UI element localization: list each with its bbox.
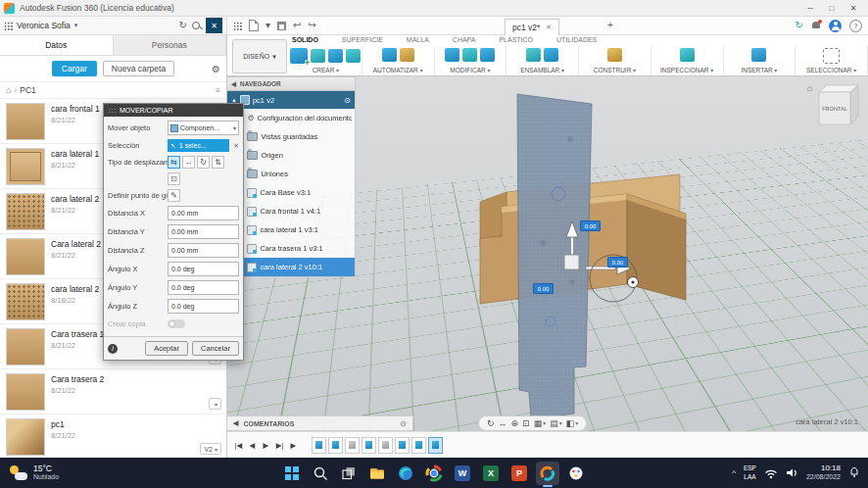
- powerpoint-button[interactable]: P: [507, 462, 531, 485]
- joint-icon[interactable]: [526, 48, 541, 62]
- workspace-selector[interactable]: DISEÑO ▾: [232, 39, 287, 73]
- file-menu-icon[interactable]: [249, 20, 259, 31]
- minimize-button[interactable]: ─: [799, 0, 821, 16]
- timeline-go-start-button[interactable]: |◀: [233, 441, 244, 450]
- selection-chip[interactable]: ↖ 1 selec...: [168, 139, 229, 152]
- tab-close-icon[interactable]: ✕: [546, 24, 552, 31]
- point-to-point-button[interactable]: ⇅: [212, 156, 224, 169]
- dimension-badge[interactable]: 0.00: [607, 257, 628, 268]
- timeline-step-back-button[interactable]: ◀: [247, 441, 258, 450]
- orbit-icon[interactable]: ↻: [487, 419, 495, 428]
- navigator-root-node[interactable]: ▲ pc1 v2 ⊙: [227, 91, 355, 109]
- tree-node-component-selected[interactable]: cara lateral 2 v10:1: [227, 258, 355, 276]
- distance-y-input[interactable]: 0.00 mm: [168, 224, 239, 239]
- marker-icon[interactable]: ⊙: [400, 419, 407, 428]
- addins-icon[interactable]: [400, 48, 414, 62]
- tree-node-component[interactable]: Cara frontal 1 v4:1: [227, 202, 355, 220]
- timeline-play-button[interactable]: ▶: [261, 441, 271, 450]
- item-version-dropdown[interactable]: V2: [200, 443, 221, 455]
- fillet-icon[interactable]: [462, 48, 477, 62]
- grid-settings-icon[interactable]: ▤: [550, 419, 562, 428]
- timeline-feature[interactable]: [312, 437, 326, 454]
- set-pivot-button[interactable]: ✎: [168, 189, 180, 202]
- list-item[interactable]: pc18/21/22 V2: [0, 415, 226, 458]
- group-label-construir[interactable]: CONSTRUIR: [594, 67, 636, 73]
- view-cube[interactable]: ⌂ FRONTAL: [805, 80, 862, 133]
- 3d-viewport[interactable]: 0.00 0.00 0.00 ◀ NAVEGADOR ▲ pc1 v2 ⊙ Co…: [227, 76, 868, 458]
- ribbon-tab-chapa[interactable]: CHAPA: [453, 36, 476, 43]
- close-data-panel-button[interactable]: ✕: [206, 18, 222, 33]
- viewports-icon[interactable]: ◧: [566, 419, 579, 428]
- timeline-feature-active[interactable]: [428, 437, 443, 454]
- weather-widget[interactable]: 15°C Nublado: [0, 464, 69, 482]
- tree-node-component[interactable]: Cara trasera 1 v3:1: [227, 239, 355, 258]
- select-tool-icon[interactable]: [823, 48, 840, 64]
- construction-plane-icon[interactable]: [607, 48, 622, 62]
- ribbon-tab-plastico[interactable]: PLÁSTICO: [499, 36, 533, 43]
- tree-node-component[interactable]: cara lateral 1 v3:1: [227, 220, 355, 239]
- redo-button[interactable]: ↪: [308, 21, 315, 30]
- collapse-icon[interactable]: ◀: [231, 80, 236, 88]
- paint-button[interactable]: [564, 462, 588, 485]
- tree-node-joints[interactable]: Uniones: [227, 165, 355, 183]
- dimension-badge[interactable]: 0.00: [533, 283, 554, 294]
- file-explorer-button[interactable]: [365, 462, 389, 485]
- tab-datos[interactable]: Datos: [0, 35, 114, 55]
- start-button[interactable]: [280, 462, 304, 485]
- rigid-group-icon[interactable]: [544, 48, 558, 62]
- clear-selection-icon[interactable]: ✕: [233, 142, 239, 150]
- ribbon-tab-utilidades[interactable]: UTILIDADES: [556, 36, 597, 43]
- pan-icon[interactable]: ↔: [499, 419, 507, 428]
- timeline-go-end-button[interactable]: ▶|: [274, 441, 285, 450]
- comments-bar[interactable]: ◀ COMENTARIOS ⊙: [227, 415, 413, 431]
- ribbon-tab-solido[interactable]: SOLIDO: [292, 36, 318, 43]
- dimension-badge[interactable]: 0.00: [580, 220, 601, 231]
- file-caret-icon[interactable]: ▾: [265, 21, 270, 30]
- item-version-dropdown[interactable]: [209, 398, 221, 410]
- close-button[interactable]: ✕: [843, 0, 864, 16]
- task-view-button[interactable]: [337, 462, 361, 485]
- info-icon[interactable]: i: [108, 344, 118, 354]
- distance-z-input[interactable]: 0.00 mm: [168, 243, 239, 258]
- collapse-icon[interactable]: ◀: [233, 419, 238, 427]
- notifications-bell-icon[interactable]: [811, 21, 821, 31]
- undo-button[interactable]: ↩: [293, 21, 301, 30]
- angle-x-input[interactable]: 0.0 deg: [168, 262, 239, 276]
- timeline-feature[interactable]: [378, 437, 393, 454]
- insert-mesh-icon[interactable]: [751, 48, 766, 62]
- search-icon[interactable]: [191, 21, 202, 31]
- job-status-icon[interactable]: ↻: [796, 21, 803, 30]
- home-icon[interactable]: ⌂: [6, 85, 11, 95]
- volume-icon[interactable]: [786, 466, 798, 479]
- distance-x-input[interactable]: 0.00 mm: [168, 206, 239, 220]
- maximize-button[interactable]: □: [821, 0, 843, 16]
- tree-node-saved-views[interactable]: Vistas guardadas: [227, 127, 355, 146]
- chrome-browser-button[interactable]: [422, 462, 446, 485]
- ribbon-tab-malla[interactable]: MALLA: [407, 36, 429, 43]
- user-menu[interactable]: Veronica Sofia: [17, 21, 71, 30]
- point-to-position-button[interactable]: ⊡: [168, 172, 180, 185]
- wifi-icon[interactable]: [764, 467, 778, 479]
- cancel-button[interactable]: Cancelar: [192, 341, 239, 356]
- create-copy-toggle[interactable]: [168, 319, 185, 328]
- group-label-ensamblar[interactable]: ENSAMBLAR: [520, 67, 564, 73]
- timeline-feature[interactable]: [411, 437, 426, 454]
- display-settings-icon[interactable]: ▦: [534, 419, 547, 428]
- create-form-icon[interactable]: [346, 49, 361, 63]
- edge-browser-button[interactable]: [394, 462, 417, 485]
- timeline-feature[interactable]: [395, 437, 410, 454]
- help-icon[interactable]: ?: [849, 20, 862, 32]
- hidden-icons-chevron[interactable]: ^: [732, 468, 736, 477]
- word-button[interactable]: W: [451, 462, 474, 485]
- upload-button[interactable]: Cargar: [52, 61, 97, 76]
- dialog-titlebar[interactable]: MOVER/COPIAR: [104, 104, 243, 117]
- apps-grid-icon[interactable]: [4, 22, 13, 30]
- refresh-icon[interactable]: ↻: [179, 21, 187, 30]
- excel-button[interactable]: X: [479, 462, 503, 485]
- timeline-feature[interactable]: [345, 437, 360, 454]
- tree-node-origin[interactable]: Origen: [227, 146, 355, 165]
- drag-grip-icon[interactable]: [108, 108, 116, 114]
- timeline-step-forward-button[interactable]: ▶: [288, 441, 299, 450]
- fusion-360-button[interactable]: [536, 462, 559, 485]
- accept-button[interactable]: Aceptar: [145, 341, 188, 356]
